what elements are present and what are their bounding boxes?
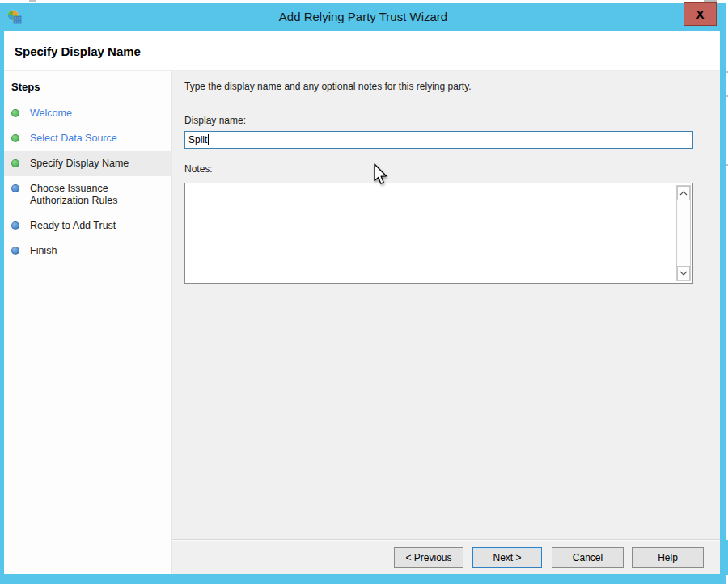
step-done-bullet-icon [11, 159, 19, 167]
window-frame-right [720, 31, 726, 574]
page-header: Specify Display Name [4, 31, 720, 71]
notes-scrollbar[interactable] [676, 185, 691, 281]
display-name-input[interactable]: Split [184, 131, 693, 149]
step-label: Choose Issuance Authorization Rules [30, 183, 167, 207]
step-welcome[interactable]: Welcome [4, 101, 171, 126]
steps-sidebar: Steps Welcome Select Data Source Specify… [4, 71, 172, 574]
step-label: Finish [30, 245, 57, 257]
step-finish: Finish [4, 238, 171, 263]
scroll-up-button[interactable] [677, 186, 690, 200]
chevron-up-icon [679, 191, 688, 196]
scroll-down-button[interactable] [677, 266, 690, 280]
page-title: Specify Display Name [15, 31, 141, 71]
previous-button[interactable]: < Previous [394, 547, 463, 568]
notes-label: Notes: [184, 163, 213, 175]
step-label: Specify Display Name [30, 158, 129, 170]
next-button[interactable]: Next > [472, 547, 542, 568]
step-choose-issuance-authorization-rules: Choose Issuance Authorization Rules [4, 176, 171, 213]
steps-heading: Steps [11, 81, 171, 93]
step-pending-bullet-icon [11, 184, 19, 192]
close-button[interactable]: X [684, 2, 717, 26]
text-caret [208, 134, 209, 145]
titlebar[interactable]: Add Relying Party Trust Wizard X [0, 3, 726, 31]
step-label: Ready to Add Trust [30, 220, 116, 232]
step-done-bullet-icon [11, 134, 19, 142]
intro-text: Type the display name and any optional n… [184, 81, 472, 92]
step-ready-to-add-trust: Ready to Add Trust [4, 213, 171, 238]
step-pending-bullet-icon [11, 247, 19, 255]
footer-separator [172, 539, 720, 541]
window-frame-bottom [0, 574, 726, 584]
background-artifact [4, 584, 726, 584]
step-pending-bullet-icon [11, 221, 19, 230]
main-panel: Type the display name and any optional n… [172, 71, 720, 574]
screen: Add Relying Party Trust Wizard X Specify… [0, 0, 728, 586]
step-done-bullet-icon [11, 109, 19, 117]
cancel-button[interactable]: Cancel [552, 547, 624, 568]
step-label: Welcome [30, 108, 72, 120]
step-select-data-source[interactable]: Select Data Source [4, 126, 171, 151]
display-name-value: Split [188, 134, 207, 145]
display-name-label: Display name: [184, 115, 246, 126]
step-label: Select Data Source [30, 133, 117, 145]
chevron-down-icon [679, 271, 688, 276]
step-specify-display-name: Specify Display Name [4, 151, 171, 176]
background-artifact [29, 0, 36, 2]
window-title: Add Relying Party Trust Wizard [0, 3, 726, 31]
notes-textarea[interactable] [184, 183, 693, 284]
wizard-window: Add Relying Party Trust Wizard X Specify… [0, 3, 726, 584]
help-button[interactable]: Help [632, 547, 704, 568]
